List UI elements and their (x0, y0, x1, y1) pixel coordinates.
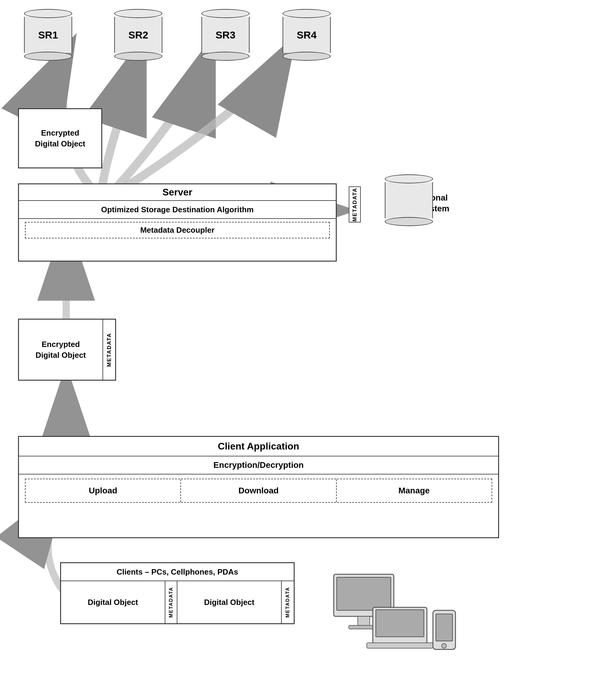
cylinder-sr1-label: SR1 (38, 29, 58, 41)
client-app-label-bar: Client Application (19, 437, 498, 456)
cylinder-sr2: SR2 (114, 9, 162, 61)
metadata-decoupler-row: Metadata Decoupler (25, 222, 330, 238)
osda-label: Optimized Storage Destination Algorithm (101, 205, 254, 215)
clients-header-row: Clients – PCs, Cellphones, PDAs (61, 563, 294, 581)
cylinder-sr3: SR3 (201, 9, 250, 61)
metadata-decoupler-label: Metadata Decoupler (140, 226, 214, 235)
metadata-label-mid: METADATA (103, 320, 115, 380)
clients-header-label: Clients – PCs, Cellphones, PDAs (117, 568, 238, 577)
osda-row: Optimized Storage Destination Algorithm (19, 201, 336, 219)
computer-devices-illustration (331, 562, 466, 652)
svg-rect-6 (337, 577, 391, 610)
cylinder-sr1: SR1 (24, 9, 72, 61)
digital-object-1: Digital Object (61, 581, 165, 623)
server-label-bar: Server (19, 184, 336, 201)
metadata-label-client2: METADATA (282, 581, 294, 623)
encrypted-digital-object-mid-group: EncryptedDigital Object METADATA (18, 319, 116, 381)
metadata-text-client1: METADATA (169, 587, 174, 617)
server-label: Server (162, 187, 192, 198)
upload-download-manage-row: Upload Download Manage (25, 479, 492, 503)
svg-rect-11 (367, 643, 433, 648)
svg-rect-7 (358, 616, 370, 625)
diagram-container: SR1 SR2 SR3 SR4 Relational Filesystem (0, 0, 616, 681)
encrypted-digital-object-mid-label: EncryptedDigital Object (35, 339, 86, 361)
manage-section: Manage (337, 479, 491, 502)
cylinder-sr4-label: SR4 (297, 29, 316, 41)
metadata-text-top: METADATA (352, 187, 358, 222)
encrypted-digital-object-mid: EncryptedDigital Object (19, 320, 103, 380)
client-app-label: Client Application (218, 441, 300, 452)
encryption-decryption-row: Encryption/Decryption (19, 456, 498, 475)
cylinder-sr4: SR4 (283, 9, 331, 61)
metadata-label-client1: METADATA (165, 581, 177, 623)
metadata-text-client2: METADATA (285, 587, 290, 617)
client-application-area: Client Application Encryption/Decryption… (18, 436, 499, 538)
encrypted-digital-object-top: EncryptedDigital Object (18, 108, 102, 168)
cylinder-relational-filesystem (385, 174, 433, 226)
devices-svg (331, 562, 466, 652)
metadata-label-top: METADATA (349, 186, 361, 223)
digital-object-2: Digital Object (177, 581, 282, 623)
digital-object-2-label: Digital Object (204, 598, 255, 607)
digital-object-1-label: Digital Object (88, 598, 138, 607)
upload-label: Upload (89, 486, 117, 496)
svg-point-14 (442, 644, 446, 648)
svg-rect-10 (376, 610, 424, 637)
metadata-text-mid: METADATA (106, 333, 112, 367)
download-label: Download (238, 486, 279, 496)
upload-section: Upload (26, 479, 181, 502)
encrypted-digital-object-top-label: EncryptedDigital Object (35, 127, 85, 149)
cylinder-sr3-label: SR3 (215, 29, 235, 41)
svg-rect-13 (436, 614, 453, 641)
encryption-decryption-label: Encryption/Decryption (213, 460, 304, 470)
server-area: Server Optimized Storage Destination Alg… (18, 183, 337, 261)
manage-label: Manage (399, 486, 430, 496)
cylinder-sr2-label: SR2 (128, 29, 148, 41)
clients-box: Clients – PCs, Cellphones, PDAs Digital … (60, 562, 294, 624)
download-section: Download (181, 479, 336, 502)
clients-objects-row: Digital Object METADATA Digital Object M… (61, 581, 294, 623)
